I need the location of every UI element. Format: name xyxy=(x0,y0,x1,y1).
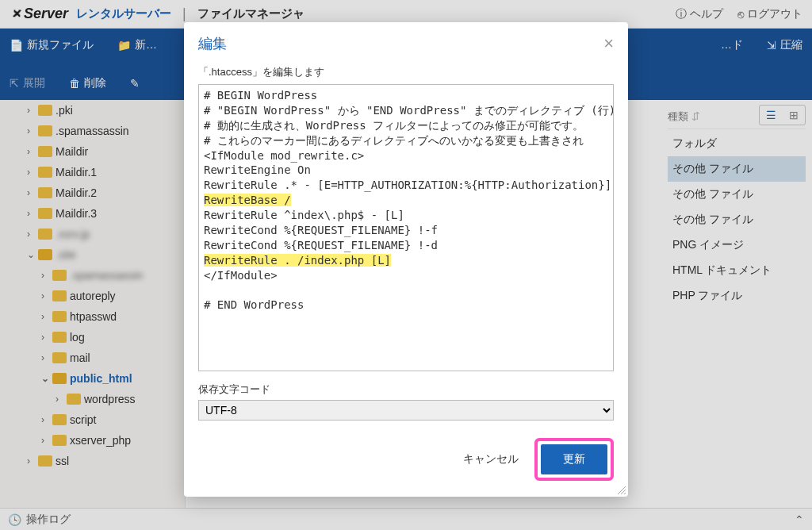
editor-line: RewriteEngine On xyxy=(204,163,608,178)
cancel-button[interactable]: キャンセル xyxy=(463,452,519,467)
editor-line: RewriteRule .* - [E=HTTP_AUTHORIZATION:%… xyxy=(204,178,608,193)
file-content-editor[interactable]: # BEGIN WordPress# "BEGIN WordPress" から … xyxy=(198,84,614,371)
editor-line: # "BEGIN WordPress" から "END WordPress" ま… xyxy=(204,103,608,118)
editor-line: <IfModule mod_rewrite.c> xyxy=(204,148,608,163)
editor-line: </IfModule> xyxy=(204,268,608,283)
update-button[interactable]: 更新 xyxy=(541,444,607,474)
highlight-ring: 更新 xyxy=(534,438,614,481)
editor-line: RewriteCond %{REQUEST_FILENAME} !-f xyxy=(204,223,608,238)
modal-title: 編集 xyxy=(198,34,227,53)
editor-line: # END WordPress xyxy=(204,298,608,313)
editor-line: # BEGIN WordPress xyxy=(204,88,608,103)
modal-overlay: 編集 × 「.htaccess」を編集します # BEGIN WordPress… xyxy=(0,0,812,530)
resize-handle-icon[interactable] xyxy=(617,486,626,495)
edit-modal: 編集 × 「.htaccess」を編集します # BEGIN WordPress… xyxy=(184,22,628,497)
edit-target-label: 「.htaccess」を編集します xyxy=(198,65,614,79)
encoding-select[interactable]: UTF-8 xyxy=(198,400,614,421)
editor-line: RewriteCond %{REQUEST_FILENAME} !-d xyxy=(204,238,608,253)
editor-line: # 動的に生成され、WordPress フィルターによってのみ修正が可能です。 xyxy=(204,118,608,133)
editor-line: # これらのマーカー間にあるディレクティブへのいかなる変更も上書きされ xyxy=(204,133,608,148)
editor-line: RewriteRule ^index\.php$ - [L] xyxy=(204,208,608,223)
editor-line xyxy=(204,283,608,298)
close-icon[interactable]: × xyxy=(603,33,614,54)
editor-line: RewriteRule . /index.php [L] xyxy=(204,253,608,268)
encoding-label: 保存文字コード xyxy=(198,382,614,397)
editor-line: RewriteBase / xyxy=(204,193,608,208)
